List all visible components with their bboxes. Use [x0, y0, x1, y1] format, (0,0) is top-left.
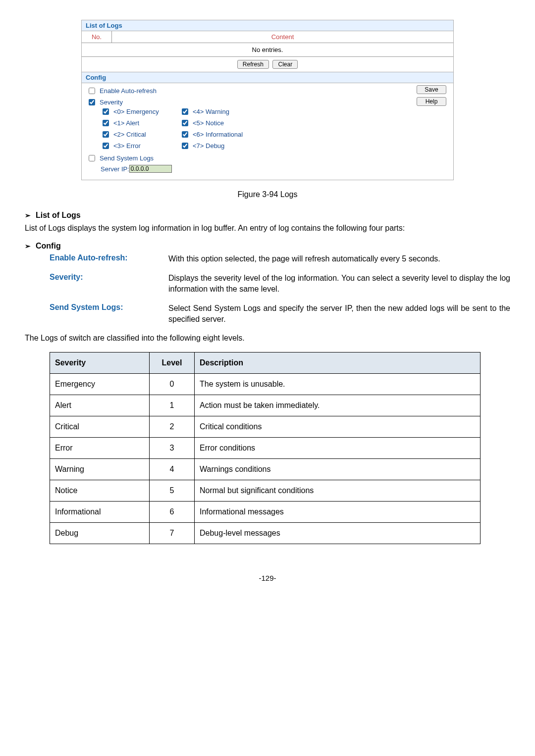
refresh-button[interactable]: Refresh — [237, 60, 269, 69]
cell-severity: Informational — [50, 501, 150, 522]
table-row: Debug7Debug-level messages — [50, 522, 481, 544]
term-send: Send System Logs: — [50, 303, 168, 325]
th-description: Description — [195, 352, 481, 373]
table-row: Emergency0The system is unusable. — [50, 373, 481, 395]
table-row: Alert1Action must be taken immediately. — [50, 395, 481, 416]
cell-description: The system is unusable. — [195, 373, 481, 395]
button-row: Refresh Clear — [82, 57, 453, 72]
sev-7-label: <7> Debug — [193, 142, 224, 150]
term-sev: Severity: — [50, 273, 168, 295]
send-syslogs-checkbox[interactable] — [89, 155, 95, 161]
sev-4-label: <4> Warning — [193, 108, 229, 115]
cell-level: 1 — [150, 395, 195, 416]
sev-3-label: <3> Error — [113, 142, 141, 150]
cell-severity: Notice — [50, 480, 150, 501]
logs-panel: List of Logs No. Content No entries. Ref… — [81, 20, 454, 180]
server-ip-input[interactable] — [129, 165, 172, 173]
severity-grid: <0> Emergency <4> Warning <1> Alert <5> … — [101, 107, 448, 151]
clear-button[interactable]: Clear — [272, 60, 298, 69]
sev-4-checkbox[interactable] — [182, 108, 188, 115]
sev-0-checkbox[interactable] — [103, 108, 109, 115]
figure-caption: Figure 3-94 Logs — [25, 190, 510, 199]
config-heading-text: Config — [36, 242, 61, 251]
col-no: No. — [82, 31, 112, 43]
cell-severity: Error — [50, 437, 150, 458]
help-button[interactable]: Help — [417, 97, 446, 106]
config-header: Config — [82, 72, 453, 83]
col-content: Content — [112, 31, 454, 43]
list-of-logs-heading: ➢ List of Logs — [25, 211, 510, 220]
cell-severity: Debug — [50, 522, 150, 544]
table-row: Critical2Critical conditions — [50, 416, 481, 437]
side-buttons: Save Help — [416, 85, 447, 106]
severity-checkbox[interactable] — [89, 99, 95, 105]
sev-2-checkbox[interactable] — [103, 131, 109, 138]
triangle-icon: ➢ — [25, 242, 31, 250]
cell-level: 2 — [150, 416, 195, 437]
send-syslogs-label: Send System Logs — [100, 154, 154, 162]
sev-6-checkbox[interactable] — [182, 131, 188, 138]
cell-severity: Critical — [50, 416, 150, 437]
table-row: Notice5Normal but significant conditions — [50, 480, 481, 501]
enable-auto-refresh-checkbox[interactable] — [89, 88, 95, 94]
cell-description: Critical conditions — [195, 416, 481, 437]
term-auto: Enable Auto-refresh: — [50, 253, 168, 264]
cell-severity: Alert — [50, 395, 150, 416]
desc-auto: With this option selected, the page will… — [168, 253, 510, 264]
cell-level: 4 — [150, 458, 195, 480]
desc-send: Select Send System Logs and specify the … — [168, 303, 510, 325]
cell-description: Informational messages — [195, 501, 481, 522]
list-heading-text: List of Logs — [36, 211, 81, 220]
sev-0-label: <0> Emergency — [113, 108, 159, 115]
sev-3-checkbox[interactable] — [103, 143, 109, 149]
sev-5-checkbox[interactable] — [182, 120, 188, 126]
cell-description: Action must be taken immediately. — [195, 395, 481, 416]
page-number: -129- — [25, 574, 510, 582]
list-paragraph: List of Logs displays the system log inf… — [25, 223, 510, 234]
severity-table: Severity Level Description Emergency0The… — [50, 352, 481, 544]
sev-2-label: <2> Critical — [113, 131, 146, 138]
severity-label: Severity — [100, 99, 123, 106]
cell-level: 5 — [150, 480, 195, 501]
th-severity: Severity — [50, 352, 150, 373]
server-ip-label: Server IP: — [101, 165, 129, 173]
enable-auto-refresh-label: Enable Auto-refresh — [100, 87, 157, 95]
table-row: Warning4Warnings conditions — [50, 458, 481, 480]
no-entries: No entries. — [82, 43, 453, 57]
cell-severity: Warning — [50, 458, 150, 480]
config-heading: ➢ Config — [25, 242, 510, 251]
triangle-icon: ➢ — [25, 211, 31, 219]
definition-list: Enable Auto-refresh: With this option se… — [50, 253, 510, 325]
log-table: No. Content No entries. — [82, 31, 453, 57]
table-row: Informational6Informational messages — [50, 501, 481, 522]
cell-level: 3 — [150, 437, 195, 458]
cell-level: 7 — [150, 522, 195, 544]
cell-description: Warnings conditions — [195, 458, 481, 480]
table-row: Error3Error conditions — [50, 437, 481, 458]
sev-5-label: <5> Notice — [193, 119, 224, 127]
sev-1-label: <1> Alert — [113, 119, 139, 127]
th-level: Level — [150, 352, 195, 373]
cell-level: 0 — [150, 373, 195, 395]
cell-level: 6 — [150, 501, 195, 522]
cell-description: Error conditions — [195, 437, 481, 458]
cell-description: Normal but significant conditions — [195, 480, 481, 501]
save-button[interactable]: Save — [417, 85, 446, 94]
levels-paragraph: The Logs of switch are classified into t… — [25, 333, 510, 344]
cell-severity: Emergency — [50, 373, 150, 395]
list-of-logs-header: List of Logs — [82, 20, 453, 31]
cell-description: Debug-level messages — [195, 522, 481, 544]
desc-sev: Displays the severity level of the log i… — [168, 273, 510, 295]
sev-1-checkbox[interactable] — [103, 120, 109, 126]
config-body: Save Help Enable Auto-refresh Severity <… — [82, 83, 453, 180]
sev-7-checkbox[interactable] — [182, 143, 188, 149]
sev-6-label: <6> Informational — [193, 131, 243, 138]
